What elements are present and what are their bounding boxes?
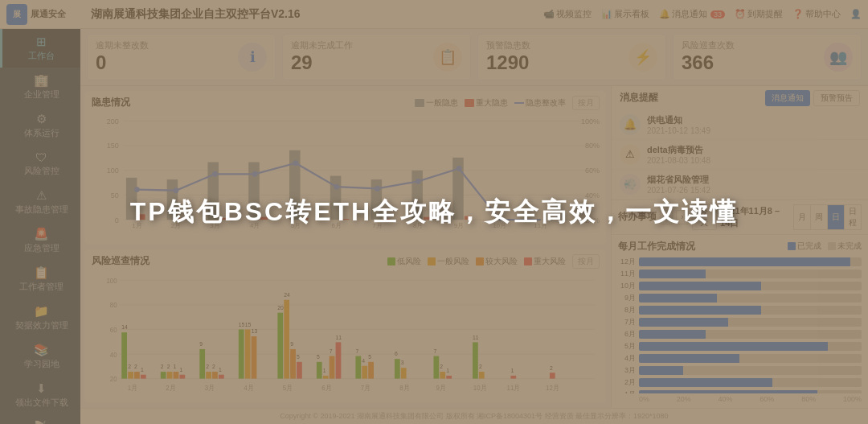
stat-value: 1290 [486, 51, 622, 75]
legend-critical: 重大风险 [524, 256, 566, 267]
svg-rect-94 [245, 329, 251, 378]
svg-rect-36 [411, 171, 423, 220]
svg-text:60: 60 [110, 327, 117, 334]
logo-text: 展通安全 [31, 8, 66, 20]
sidebar-item-workbench[interactable]: ⊞ 工作台 [0, 29, 80, 68]
svg-text:50: 50 [111, 191, 119, 200]
notifications-section: 消息提醒 消息通知 预警预告 🔔 供电通知 2021- [612, 86, 868, 200]
svg-text:40%: 40% [585, 191, 600, 200]
notification-list: 🔔 供电通知 2021-10-12 13:49 ⚠ delta病毒预告 [612, 110, 868, 200]
todo-today-btn[interactable]: 今天 [692, 204, 717, 230]
svg-text:2: 2 [440, 364, 443, 369]
todo-view-week[interactable]: 周 [810, 204, 827, 230]
notif-item-1[interactable]: ⚠ delta病毒预告 2021-08-03 10:48 [612, 140, 868, 170]
svg-text:4月: 4月 [244, 385, 253, 392]
notif-info-2: 烟花省风险管理 2021-07-26 15:42 [647, 174, 710, 195]
todo-prev-btn[interactable]: ‹ [660, 210, 673, 224]
todo-view-month[interactable]: 月 [793, 204, 810, 230]
svg-rect-78 [174, 372, 179, 379]
svg-text:1: 1 [219, 367, 222, 373]
svg-rect-119 [362, 366, 367, 379]
todo-next-btn[interactable]: › [676, 210, 689, 224]
nav-help[interactable]: ❓ 帮助中心 [792, 8, 841, 20]
todo-view-schedule[interactable]: 日程 [844, 204, 862, 230]
sidebar-item-worker[interactable]: 📋 工作者管理 [0, 260, 80, 298]
svg-text:7月: 7月 [361, 385, 371, 392]
svg-point-46 [134, 187, 140, 192]
svg-text:5: 5 [317, 354, 320, 360]
risk-chart-filter[interactable]: 按月 [572, 254, 600, 269]
stat-icon-warn: ⚡ [628, 43, 657, 72]
nav-video[interactable]: 📹 视频监控 [543, 8, 592, 20]
svg-rect-101 [284, 300, 289, 379]
notify-btn[interactable]: 消息通知 [765, 90, 810, 106]
notif-time-2: 2021-07-26 15:42 [647, 186, 710, 195]
svg-rect-19 [178, 218, 186, 220]
svg-text:2: 2 [550, 364, 553, 370]
nav-user[interactable]: 👤 [850, 9, 862, 19]
sidebar-item-risk[interactable]: 🛡 风险管控 [0, 145, 80, 183]
svg-text:3月: 3月 [205, 385, 215, 392]
sidebar-item-iot[interactable]: 📡 物联网管理 [0, 414, 80, 424]
nav-expire[interactable]: ⏰ 到期提醒 [735, 8, 783, 20]
svg-text:3: 3 [401, 360, 404, 365]
notif-info-1: delta病毒预告 2021-08-03 10:48 [647, 144, 710, 165]
todo-view-day[interactable]: 日 [827, 204, 844, 230]
svg-rect-18 [167, 179, 178, 220]
sidebar-item-enterprise[interactable]: 🏢 企业管理 [0, 68, 80, 106]
svg-text:6: 6 [395, 351, 398, 356]
svg-text:2月: 2月 [171, 222, 181, 229]
svg-text:10月: 10月 [473, 385, 486, 392]
stat-label: 逾期未完成工作 [291, 39, 427, 51]
right-panel: 消息提醒 消息通知 预警预告 🔔 供电通知 2021- [611, 86, 868, 408]
risk-chart-card: 风险巡查情况 低风险 一般风险 [85, 249, 606, 403]
svg-text:7: 7 [433, 348, 436, 353]
emergency-icon: 🚨 [34, 227, 49, 241]
svg-text:11: 11 [473, 334, 479, 340]
app-title: 湖南展通科技集团企业自主双控平台V2.16 [91, 7, 543, 22]
svg-rect-103 [290, 349, 296, 379]
svg-rect-80 [179, 375, 185, 379]
help-label: 帮助中心 [805, 8, 841, 20]
sidebar-item-contract[interactable]: 📁 契据效力管理 [0, 298, 80, 337]
contract-icon: 📁 [34, 304, 49, 319]
sidebar-item-learning[interactable]: 📚 学习园地 [0, 337, 80, 376]
svg-rect-74 [161, 372, 166, 379]
svg-text:9月: 9月 [454, 222, 464, 229]
nav-board[interactable]: 📊 展示看板 [601, 8, 649, 20]
notif-item-0[interactable]: 🔔 供电通知 2021-10-12 13:49 [612, 110, 868, 140]
svg-text:1: 1 [510, 368, 514, 373]
svg-text:20%: 20% [585, 216, 600, 224]
enterprise-icon: 🏢 [34, 73, 49, 88]
hidden-chart-filter[interactable]: 按月 [572, 96, 600, 110]
nav-notify[interactable]: 🔔 消息通知 33 [659, 8, 725, 20]
stat-icon-work: 📋 [433, 43, 462, 72]
svg-rect-117 [355, 356, 361, 378]
workbench-icon: ⊞ [36, 35, 47, 49]
stat-value: 0 [96, 51, 231, 75]
download-label: 领出文件下载 [15, 397, 68, 409]
notif-item-2[interactable]: 💨 烟花省风险管理 2021-07-26 15:42 [612, 170, 868, 200]
sidebar-item-system[interactable]: ⚙ 体系运行 [0, 106, 80, 145]
legend-normal: 一般隐患 [415, 97, 458, 109]
svg-text:1: 1 [446, 368, 449, 373]
notify-badge: 33 [710, 10, 725, 19]
monthly-work-title: 每月工作完成情况 [618, 240, 695, 253]
svg-text:20: 20 [110, 376, 117, 383]
stat-label: 风险巡查次数 [682, 39, 817, 51]
svg-text:9: 9 [290, 341, 293, 347]
learning-icon: 📚 [34, 343, 49, 357]
video-label: 视频监控 [556, 8, 592, 20]
legend-major: 重大隐患 [465, 97, 508, 109]
notifications-title: 消息提醒 [620, 91, 658, 105]
svg-rect-136 [473, 342, 478, 378]
svg-rect-15 [126, 178, 137, 220]
warn-btn[interactable]: 预警预告 [813, 90, 860, 106]
svg-text:10月: 10月 [493, 222, 506, 229]
sidebar-item-emergency[interactable]: 🚨 应急管理 [0, 221, 80, 260]
svg-rect-112 [330, 356, 335, 378]
svg-rect-121 [368, 362, 374, 379]
sidebar-item-download[interactable]: ⬇ 领出文件下载 [0, 376, 80, 414]
sidebar-item-accident[interactable]: ⚠ 事故隐患管理 [0, 183, 80, 221]
svg-point-51 [334, 184, 339, 190]
